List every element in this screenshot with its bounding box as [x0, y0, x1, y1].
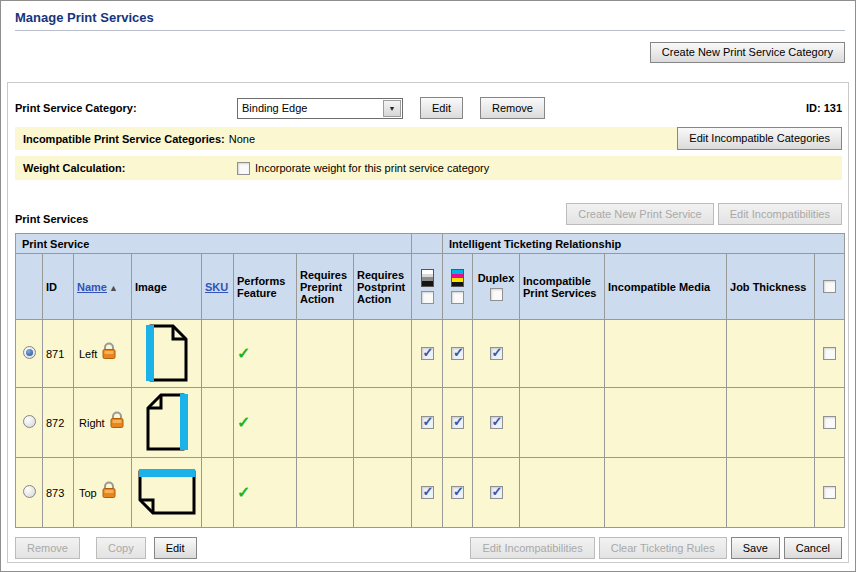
- grayscale-column-header: [412, 254, 443, 320]
- row-color-checkbox[interactable]: [451, 416, 464, 429]
- job-thickness-column-header: Job Thickness: [727, 254, 815, 320]
- duplex-column-label: Duplex: [473, 272, 519, 284]
- select-all-column-header: [815, 254, 845, 320]
- category-id: ID: 131: [806, 102, 842, 114]
- binding-left-edge-image: [145, 323, 189, 383]
- weight-checkbox[interactable]: [237, 162, 250, 175]
- lock-icon: [100, 480, 118, 499]
- requires-postprint-column-header: Requires Postprint Action: [354, 254, 412, 320]
- name-sort-link[interactable]: Name: [77, 281, 107, 293]
- select-all-checkbox[interactable]: [823, 280, 836, 293]
- table-row: 872 Right: [16, 388, 845, 458]
- row-radio[interactable]: [23, 415, 36, 428]
- row-select-checkbox[interactable]: [823, 347, 836, 360]
- sku-sort-link[interactable]: SKU: [205, 281, 228, 293]
- row-requires-preprint: [297, 458, 354, 528]
- row-duplex-checkbox[interactable]: [490, 486, 503, 499]
- lock-icon: [100, 341, 118, 360]
- edit-incompatibilities-top-button[interactable]: Edit Incompatibilities: [718, 203, 842, 225]
- binding-right-edge-image: [145, 392, 189, 452]
- row-sku: [202, 458, 234, 528]
- cancel-button[interactable]: Cancel: [784, 537, 842, 559]
- group-header-print-service: Print Service: [16, 234, 412, 254]
- clear-ticketing-rules-button[interactable]: Clear Ticketing Rules: [599, 537, 727, 559]
- duplex-column-header: Duplex: [473, 254, 520, 320]
- performs-feature-column-header: Performs Feature: [234, 254, 297, 320]
- create-category-button[interactable]: Create New Print Service Category: [650, 42, 845, 63]
- performs-feature-check-icon: [237, 483, 250, 502]
- category-label: Print Service Category:: [15, 102, 237, 114]
- sku-column-header: SKU: [202, 254, 234, 320]
- row-grayscale-checkbox[interactable]: [421, 416, 434, 429]
- row-job-thickness: [727, 458, 815, 528]
- edit-incompatibilities-button[interactable]: Edit Incompatibilities: [470, 537, 594, 559]
- create-print-service-button[interactable]: Create New Print Service: [566, 203, 714, 225]
- edit-button[interactable]: Edit: [154, 537, 197, 559]
- name-column-header: Name▲: [74, 254, 132, 320]
- id-column-header: ID: [43, 254, 74, 320]
- category-remove-button[interactable]: Remove: [480, 97, 545, 119]
- grayscale-print-icon: [421, 269, 434, 287]
- incompatible-categories-band: Incompatible Print Service Categories: N…: [15, 127, 677, 150]
- title-divider: [15, 30, 845, 31]
- image-column-header: Image: [132, 254, 202, 320]
- page-title: Manage Print Services: [15, 10, 841, 25]
- row-requires-postprint: [354, 320, 412, 388]
- print-services-table: Print Service Intelligent Ticketing Rela…: [15, 233, 845, 528]
- performs-feature-check-icon: [237, 413, 250, 432]
- row-id: 873: [43, 458, 74, 528]
- row-radio[interactable]: [23, 346, 36, 359]
- color-column-header: [443, 254, 473, 320]
- grayscale-select-all-checkbox[interactable]: [421, 291, 434, 304]
- category-select[interactable]: Binding Edge ▼: [237, 98, 403, 119]
- row-grayscale-checkbox[interactable]: [421, 347, 434, 360]
- chevron-down-icon[interactable]: ▼: [383, 100, 401, 117]
- row-requires-postprint: [354, 458, 412, 528]
- row-name: Left: [79, 348, 97, 360]
- row-color-checkbox[interactable]: [451, 486, 464, 499]
- row-incompatible-print-services: [520, 388, 605, 458]
- performs-feature-check-icon: [237, 344, 250, 363]
- row-color-checkbox[interactable]: [451, 347, 464, 360]
- color-print-icon: [451, 269, 464, 287]
- print-services-title: Print Services: [15, 213, 88, 225]
- row-job-thickness: [727, 388, 815, 458]
- row-sku: [202, 388, 234, 458]
- table-row: 871 Left: [16, 320, 845, 388]
- row-select-checkbox[interactable]: [823, 486, 836, 499]
- row-incompatible-media: [605, 458, 727, 528]
- row-grayscale-checkbox[interactable]: [421, 486, 434, 499]
- remove-button[interactable]: Remove: [15, 537, 80, 559]
- lock-icon: [108, 410, 126, 429]
- requires-preprint-column-header: Requires Preprint Action: [297, 254, 354, 320]
- radio-column-header: [16, 254, 43, 320]
- copy-button[interactable]: Copy: [96, 537, 146, 559]
- incompatible-categories-value: None: [229, 133, 255, 145]
- row-sku: [202, 320, 234, 388]
- row-incompatible-print-services: [520, 320, 605, 388]
- group-header-ticketing: Intelligent Ticketing Relationship: [443, 234, 845, 254]
- row-incompatible-media: [605, 320, 727, 388]
- color-select-all-checkbox[interactable]: [451, 291, 464, 304]
- weight-calculation-band: Weight Calculation: Incorporate weight f…: [15, 156, 842, 180]
- incompatible-print-services-column-header: Incompatible Print Services: [520, 254, 605, 320]
- sort-ascending-icon: ▲: [109, 283, 118, 293]
- row-duplex-checkbox[interactable]: [490, 416, 503, 429]
- row-id: 871: [43, 320, 74, 388]
- row-requires-postprint: [354, 388, 412, 458]
- binding-top-edge-image: [136, 468, 198, 516]
- duplex-select-all-checkbox[interactable]: [490, 288, 503, 301]
- row-select-checkbox[interactable]: [823, 416, 836, 429]
- weight-checkbox-label: Incorporate weight for this print servic…: [255, 162, 489, 174]
- row-duplex-checkbox[interactable]: [490, 347, 503, 360]
- edit-incompatible-categories-button[interactable]: Edit Incompatible Categories: [677, 127, 842, 150]
- group-header-spacer: [412, 234, 443, 254]
- row-id: 872: [43, 388, 74, 458]
- row-requires-preprint: [297, 388, 354, 458]
- category-edit-button[interactable]: Edit: [420, 97, 463, 119]
- save-button[interactable]: Save: [731, 537, 780, 559]
- incompatible-media-column-header: Incompatible Media: [605, 254, 727, 320]
- row-incompatible-media: [605, 388, 727, 458]
- row-job-thickness: [727, 320, 815, 388]
- row-radio[interactable]: [23, 485, 36, 498]
